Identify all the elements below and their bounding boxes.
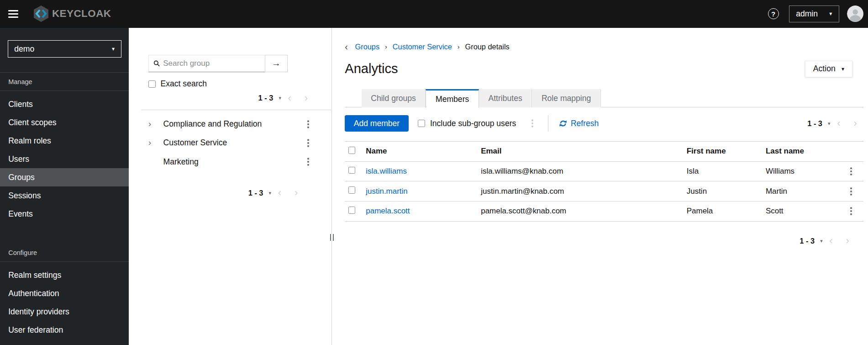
member-name-link[interactable]: pamela.scott	[366, 207, 410, 215]
sidebar-item-identity-providers[interactable]: Identity providers	[0, 303, 129, 321]
sidebar-item-user-federation[interactable]: User federation	[0, 321, 129, 340]
sidebar-item-users[interactable]: Users	[0, 150, 129, 168]
tree-item-marketing[interactable]: Marketing	[148, 153, 312, 171]
row-checkbox[interactable]	[348, 186, 356, 194]
action-dropdown[interactable]: Action ▾	[805, 61, 852, 77]
user-menu-dropdown[interactable]: admin ▾	[789, 5, 839, 23]
sidebar-item-sessions[interactable]: Sessions	[0, 186, 129, 205]
hamburger-menu-button[interactable]	[0, 10, 27, 18]
tree-item-customer-service[interactable]: ›Customer Service	[148, 133, 312, 152]
members-pagination-top: 1 - 3 ▾ ‹ ›	[807, 118, 863, 128]
next-page-button[interactable]: ›	[847, 118, 863, 128]
column-header-name: Name	[366, 142, 481, 162]
row-kebab-menu[interactable]	[847, 208, 855, 215]
group-kebab-menu[interactable]	[304, 159, 312, 165]
toolbar-divider	[548, 115, 548, 132]
member-email: isla.williams@knab.com	[481, 161, 687, 181]
member-row: justin.martin justin.martin@knab.com Jus…	[345, 181, 863, 202]
page-range-dropdown[interactable]: 1 - 3 ▾	[807, 119, 830, 128]
add-member-button[interactable]: Add member	[345, 115, 408, 132]
prev-page-button[interactable]: ‹	[271, 188, 288, 198]
breadcrumb-link-groups[interactable]: Groups	[355, 42, 379, 51]
search-submit-button[interactable]: →	[265, 55, 288, 72]
help-button[interactable]: ?	[768, 8, 779, 19]
page-range-dropdown[interactable]: 1 - 3 ▾	[248, 189, 271, 197]
page-range-text: 1 - 3	[258, 94, 274, 102]
exact-search-option[interactable]: Exact search	[148, 79, 331, 89]
kebab-dots-icon	[850, 210, 852, 212]
group-kebab-menu[interactable]	[304, 121, 312, 127]
tab-attributes[interactable]: Attributes	[479, 89, 532, 107]
next-page-button[interactable]: ›	[298, 93, 314, 103]
sidebar-item-authentication[interactable]: Authentication	[0, 285, 129, 303]
member-name-link[interactable]: isla.williams	[366, 167, 407, 175]
member-row: isla.williams isla.williams@knab.com Isl…	[345, 161, 863, 181]
avatar[interactable]	[847, 5, 863, 22]
member-row: pamela.scott pamela.scott@knab.com Pamel…	[345, 201, 863, 221]
main-content: ‹ Groups › Customer Service › Group deta…	[333, 28, 868, 345]
exact-search-checkbox[interactable]	[148, 80, 156, 88]
page-range-dropdown[interactable]: 1 - 3 ▾	[258, 94, 281, 102]
refresh-icon	[559, 120, 567, 127]
column-header-actions	[839, 142, 864, 162]
kebab-dots-icon	[307, 123, 309, 125]
realm-selector[interactable]: demo ▾	[8, 40, 121, 58]
include-subgroups-checkbox[interactable]	[418, 120, 425, 127]
kebab-dots-icon	[850, 191, 852, 192]
group-search-input[interactable]	[163, 59, 265, 68]
tab-members[interactable]: Members	[426, 89, 479, 108]
row-checkbox[interactable]	[348, 167, 356, 174]
sidebar-section-title: Manage	[0, 73, 129, 91]
user-menu-label: admin	[796, 9, 818, 19]
arrow-right-icon: →	[272, 58, 280, 69]
tree-pagination-bottom: 1 - 3 ▾ ‹ ›	[248, 188, 305, 198]
sidebar-item-client-scopes[interactable]: Client scopes	[0, 113, 129, 132]
exact-search-label: Exact search	[161, 79, 207, 89]
refresh-button[interactable]: Refresh	[559, 119, 599, 128]
sidebar-item-realm-settings[interactable]: Realm settings	[0, 266, 129, 285]
member-last-name: Martin	[766, 181, 839, 202]
prev-page-button[interactable]: ‹	[823, 236, 839, 246]
tree-item-compliance-and-regulation[interactable]: ›Compliance and Regulation	[148, 115, 312, 133]
next-page-button[interactable]: ›	[288, 188, 304, 198]
sidebar-item-groups[interactable]: Groups	[0, 168, 129, 186]
row-kebab-menu[interactable]	[847, 188, 855, 195]
row-kebab-menu[interactable]	[847, 168, 855, 175]
prev-page-button[interactable]: ‹	[281, 93, 298, 103]
refresh-label: Refresh	[571, 119, 599, 128]
group-tree-panel: → Exact search 1 - 3 ▾ ‹ › ›Compliance a…	[129, 28, 331, 345]
chevron-right-icon[interactable]: ›	[148, 138, 163, 148]
chevron-right-icon[interactable]: ›	[148, 119, 163, 129]
sidebar-item-realm-roles[interactable]: Realm roles	[0, 132, 129, 150]
page-range-dropdown[interactable]: 1 - 3 ▾	[800, 237, 822, 245]
column-header-email: Email	[481, 142, 687, 162]
members-table-header: Name Email First name Last name	[345, 142, 863, 162]
chevron-right-icon: ›	[385, 43, 387, 50]
next-page-button[interactable]: ›	[839, 236, 856, 246]
prev-page-button[interactable]: ‹	[831, 118, 847, 128]
select-all-checkbox[interactable]	[348, 147, 356, 154]
member-email: justin.martin@knab.com	[481, 181, 687, 202]
search-input-wrap	[148, 55, 265, 72]
member-first-name: Pamela	[687, 201, 766, 221]
row-checkbox[interactable]	[348, 207, 356, 214]
sidebar-item-events[interactable]: Events	[0, 205, 129, 223]
kebab-dots-icon	[531, 122, 533, 124]
member-email: pamela.scott@knab.com	[481, 201, 687, 221]
column-header-first-name: First name	[687, 142, 766, 162]
panel-resize-handle[interactable]	[331, 28, 333, 345]
sidebar-section-manage: ManageClientsClient scopesRealm rolesUse…	[0, 72, 129, 223]
group-kebab-menu[interactable]	[304, 140, 312, 146]
sidebar-item-clients[interactable]: Clients	[0, 95, 129, 113]
tree-pagination-top: 1 - 3 ▾ ‹ ›	[258, 93, 315, 103]
group-name: Marketing	[163, 157, 304, 167]
keycloak-logo-icon	[32, 5, 50, 23]
group-name: Customer Service	[163, 138, 304, 148]
breadcrumb-link-customer-service[interactable]: Customer Service	[393, 42, 452, 51]
breadcrumb-back-icon[interactable]: ‹	[345, 42, 347, 52]
toolbar-kebab-menu[interactable]	[528, 120, 537, 127]
include-subgroups-option[interactable]: Include sub-group users	[418, 119, 516, 128]
tab-role-mapping[interactable]: Role mapping	[532, 89, 601, 107]
member-name-link[interactable]: justin.martin	[366, 187, 407, 196]
tab-child-groups[interactable]: Child groups	[362, 89, 426, 107]
